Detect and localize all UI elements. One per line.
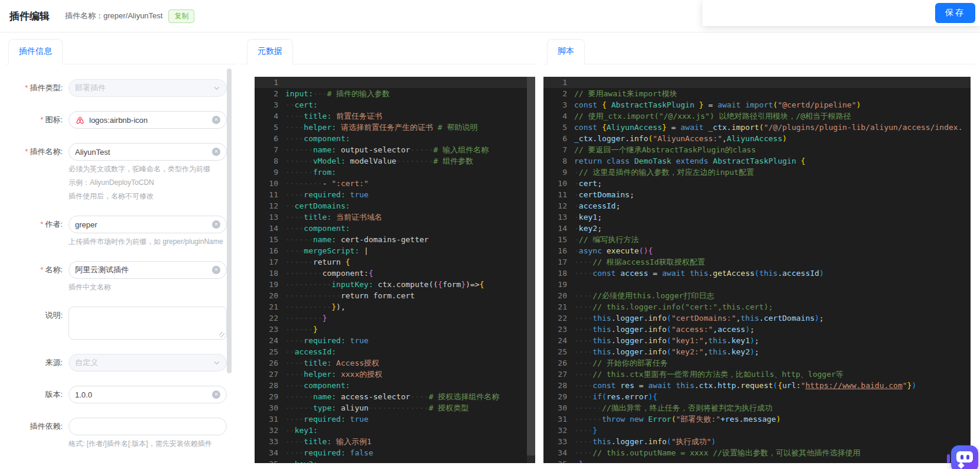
code-line: 15······name: cert-domains-getter xyxy=(255,234,535,245)
line-number: 24 xyxy=(543,335,574,346)
clear-icon[interactable]: × xyxy=(212,116,220,124)
clear-icon[interactable]: × xyxy=(212,220,220,229)
line-number: 25 xyxy=(255,346,285,357)
clear-icon[interactable]: × xyxy=(212,266,220,274)
form-row-type: *插件类型:部署插件 xyxy=(6,79,227,97)
line-number: 17 xyxy=(255,256,285,268)
line-number: 12 xyxy=(255,200,285,211)
form-scrollbar[interactable] xyxy=(227,69,232,373)
code-line: 20············return form.cert xyxy=(255,290,535,301)
code-line: 27····// this.ctx里面有一些常用的方法类，比如utils、htt… xyxy=(543,369,971,380)
code-line: 16····mergeScript: | xyxy=(255,245,535,256)
line-number: 19 xyxy=(255,279,285,290)
chatbot-button[interactable] xyxy=(951,445,978,469)
tab-plugin-info[interactable]: 插件信息 xyxy=(8,39,63,64)
clear-icon[interactable]: × xyxy=(212,390,220,399)
chevron-down-icon xyxy=(213,359,220,366)
line-number: 24 xyxy=(255,335,285,346)
field-origin-select: 自定义 xyxy=(69,354,227,372)
line-number: 28 xyxy=(543,380,574,391)
code-line: 20····//必须使用this.logger打印日志 xyxy=(543,290,971,301)
plugin-info-panel: 插件信息 *插件类型:部署插件*图标:logos:airbnb-icon×*插件… xyxy=(6,37,236,465)
form-row-origin: 来源:自定义 xyxy=(6,354,227,372)
line-number: 23 xyxy=(255,324,285,335)
code-line: 30······type: aliyun·············# 授权类型 xyxy=(255,402,535,413)
code-line: 19··········inputKey: ctx.compute(({form… xyxy=(255,279,535,290)
code-line: 17······return { xyxy=(255,256,535,268)
code-line: 5····helper: 请选择前置任务产生的证书 # 帮助说明 xyxy=(255,122,535,133)
line-number: 27 xyxy=(543,369,574,380)
chevron-down-icon xyxy=(213,84,220,92)
code-line: 10·cert; xyxy=(543,178,971,189)
line-number: 6 xyxy=(543,133,574,144)
field-type-select: 部署插件 xyxy=(69,79,227,97)
line-number: 20 xyxy=(255,290,285,301)
line-number: 32 xyxy=(543,425,574,436)
field-desc-textarea[interactable] xyxy=(69,307,227,340)
tab-script[interactable]: 脚本 xyxy=(547,39,585,64)
code-line: 13·key1; xyxy=(543,211,971,223)
field-version-input[interactable]: 1.0.0× xyxy=(69,386,227,403)
tab-metadata[interactable]: 元数据 xyxy=(247,39,293,64)
field-help: 示例：AliyunDeployToCDN xyxy=(69,178,227,188)
code-line: 25····this.logger.info("key2:",this.key2… xyxy=(543,346,971,357)
plugin-name-value: greper/AliyunTest xyxy=(103,11,162,20)
field-label-version: 版本: xyxy=(6,386,69,403)
field-type-value: 部署插件 xyxy=(75,83,209,93)
editor-scrollbar[interactable] xyxy=(527,77,535,463)
line-number: 1 xyxy=(255,77,285,88)
script-editor[interactable]: 12// 要用await来import模块3const { AbstractTa… xyxy=(543,77,971,463)
code-line: 33····this.logger.info("执行成功") xyxy=(543,436,971,447)
code-line: 25··accessId: xyxy=(255,346,535,357)
line-number: 16 xyxy=(543,245,574,256)
code-line: 35··key2: xyxy=(255,458,535,463)
field-help: 格式: [作者/]插件名[:版本]，需先安装依赖插件 xyxy=(69,439,227,449)
metadata-panel: 元数据 12input:···# 插件的输入参数3··cert:4····tit… xyxy=(241,37,536,465)
line-number: 6 xyxy=(255,133,285,144)
code-line: 7······name: output-selector·····# 输入组件名… xyxy=(255,144,535,155)
save-button[interactable]: 保存 xyxy=(935,3,975,23)
field-author-input[interactable]: greper× xyxy=(69,216,227,233)
code-line: 18····const access = await this.getAcces… xyxy=(543,268,971,279)
field-help: 插件中文名称 xyxy=(69,282,227,292)
line-number: 20 xyxy=(543,290,574,301)
line-number: 34 xyxy=(543,447,574,458)
code-line: 22····this.logger.info("certDomains:",th… xyxy=(543,312,971,324)
code-line: 34····required: false xyxy=(255,447,535,458)
code-line: 19 xyxy=(543,279,971,290)
line-number: 30 xyxy=(543,402,574,413)
form-row-icon: *图标:logos:airbnb-icon× xyxy=(6,111,227,129)
code-line: 32··key1: xyxy=(255,425,535,436)
code-line: 4// 使用_ctx.import("/@/xxx.js") 以绝对路径引用模块… xyxy=(543,110,971,122)
code-line: 21····// this.logger.info("cert:",this.c… xyxy=(543,301,971,312)
code-line: 17····// 根据accessId获取授权配置 xyxy=(543,256,971,268)
field-deps-input[interactable] xyxy=(69,418,227,435)
code-line: 28····const res = await this.ctx.http.re… xyxy=(543,380,971,391)
code-line: 10········- ":cert:" xyxy=(255,178,535,189)
copy-button[interactable]: 复制 xyxy=(168,9,194,23)
clear-icon[interactable]: × xyxy=(212,148,220,156)
code-line: 9·// 这里是插件的输入参数，对应左边的input配置 xyxy=(543,167,971,178)
field-icon-input[interactable]: logos:airbnb-icon× xyxy=(69,111,227,129)
code-line: 4····title: 前置任务证书 xyxy=(255,110,535,122)
line-number: 17 xyxy=(543,256,574,268)
code-line: 24····this.logger.info("key1:",this.key1… xyxy=(543,335,971,346)
code-line: 14·key2; xyxy=(543,223,971,234)
code-line: 12·accessId; xyxy=(543,200,971,211)
field-help: 必须为英文或数字，驼峰命名，类型作为前缀 xyxy=(69,164,227,174)
line-number: 29 xyxy=(255,391,285,402)
field-name-input[interactable]: AliyunTest× xyxy=(69,143,227,161)
field-help: 插件使用后，名称不可修改 xyxy=(69,191,227,201)
field-title-input[interactable]: 阿里云测试插件× xyxy=(69,261,227,279)
code-line: 28····component: xyxy=(255,380,535,391)
metadata-editor[interactable]: 12input:···# 插件的输入参数3··cert:4····title: … xyxy=(255,77,535,463)
code-line: 29······name: access-selector····# 授权选择组… xyxy=(255,391,535,402)
code-line: 12··certDomains: xyxy=(255,200,535,211)
form-row-deps: 插件依赖:格式: [作者/]插件名[:版本]，需先安装依赖插件 xyxy=(6,418,227,449)
code-line: 11····required: true xyxy=(255,189,535,200)
code-line: 1 xyxy=(255,77,535,88)
save-bar: 保存 xyxy=(702,0,980,26)
field-version-value: 1.0.0 xyxy=(75,390,208,399)
code-line: 5const {AliyunAccess} = await _ctx.impor… xyxy=(543,122,971,133)
field-label-desc: 说明: xyxy=(6,307,69,340)
